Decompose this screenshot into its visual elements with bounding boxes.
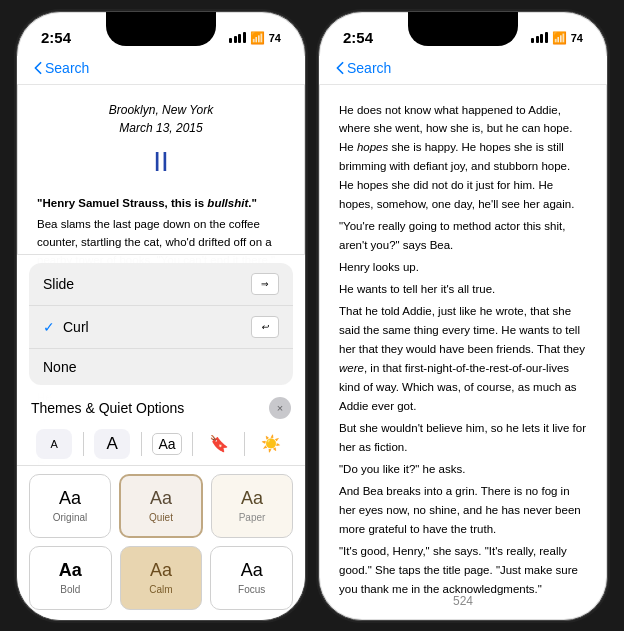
time-right: 2:54: [343, 29, 373, 46]
theme-focus-label: Focus: [238, 584, 265, 595]
notch: [106, 12, 216, 46]
theme-calm-aa: Aa: [150, 560, 172, 581]
divider-2: [141, 432, 142, 456]
left-phone: 2:54 📶 74 Search: [16, 11, 306, 621]
divider-1: [83, 432, 84, 456]
transition-curl[interactable]: ✓ Curl ↩: [29, 306, 293, 349]
theme-original-aa: Aa: [59, 488, 81, 509]
status-icons-right: 📶 74: [531, 31, 583, 45]
none-label: None: [43, 359, 279, 375]
signal-icon-right: [531, 32, 548, 43]
right-phone: 2:54 📶 74 Search H: [318, 11, 608, 621]
nav-bar-left[interactable]: Search: [17, 56, 305, 85]
page-number: 524: [453, 594, 473, 608]
book-location: Brooklyn, New York: [37, 101, 285, 119]
divider-4: [244, 432, 245, 456]
battery-icon: 74: [269, 32, 281, 44]
theme-bold[interactable]: Aa Bold: [29, 546, 112, 610]
bottom-panel: Slide ⇒ ✓ Curl ↩ None Theme: [17, 254, 305, 620]
slide-label: Slide: [43, 276, 251, 292]
close-icon: ×: [277, 402, 283, 414]
theme-bold-label: Bold: [60, 584, 80, 595]
back-label-right: Search: [347, 60, 391, 76]
transition-none[interactable]: None: [29, 349, 293, 385]
theme-row-1: Aa Original Aa Quiet Aa Paper: [17, 466, 305, 546]
theme-calm-label: Calm: [149, 584, 172, 595]
brightness-icon: ☀️: [261, 434, 281, 453]
themes-header: Themes & Quiet Options ×: [17, 391, 305, 423]
theme-quiet[interactable]: Aa Quiet: [119, 474, 203, 538]
phones-container: 2:54 📶 74 Search: [16, 11, 608, 621]
nav-bar-right[interactable]: Search: [319, 56, 607, 85]
font-size-increase[interactable]: A: [94, 429, 130, 459]
theme-quiet-label: Quiet: [149, 512, 173, 523]
time-left: 2:54: [41, 29, 71, 46]
divider-3: [192, 432, 193, 456]
theme-paper[interactable]: Aa Paper: [211, 474, 293, 538]
wifi-icon-right: 📶: [552, 31, 567, 45]
themes-title: Themes & Quiet Options: [31, 400, 184, 416]
font-row: A A Aa 🔖 ☀️: [17, 423, 305, 466]
book-content-right: He does not know what happened to Addie,…: [319, 85, 607, 605]
check-icon: ✓: [43, 319, 55, 335]
theme-calm[interactable]: Aa Calm: [120, 546, 203, 610]
slide-icon-box: ⇒: [251, 273, 279, 295]
theme-paper-aa: Aa: [241, 488, 263, 509]
chevron-left-icon-right: [335, 61, 345, 75]
transition-menu: Slide ⇒ ✓ Curl ↩ None: [29, 263, 293, 385]
bookmark-icon: 🔖: [209, 434, 229, 453]
signal-icon: [229, 32, 246, 43]
font-icon: Aa: [152, 433, 181, 455]
theme-original[interactable]: Aa Original: [29, 474, 111, 538]
chevron-left-icon: [33, 61, 43, 75]
theme-paper-label: Paper: [239, 512, 266, 523]
back-label-left: Search: [45, 60, 89, 76]
notch-right: [408, 12, 518, 46]
battery-icon-right: 74: [571, 32, 583, 44]
font-style-button[interactable]: Aa: [152, 429, 182, 459]
brightness-button[interactable]: ☀️: [256, 429, 286, 459]
back-button-right[interactable]: Search: [335, 60, 391, 76]
theme-quiet-aa: Aa: [150, 488, 172, 509]
font-size-decrease[interactable]: A: [36, 429, 72, 459]
book-header: Brooklyn, New York March 13, 2015 II: [37, 101, 285, 183]
chapter-number: II: [37, 141, 285, 183]
transition-slide[interactable]: Slide ⇒: [29, 263, 293, 306]
book-date: March 13, 2015: [37, 119, 285, 137]
back-button-left[interactable]: Search: [33, 60, 89, 76]
theme-original-label: Original: [53, 512, 87, 523]
status-icons-left: 📶 74: [229, 31, 281, 45]
curl-label: Curl: [63, 319, 251, 335]
close-button[interactable]: ×: [269, 397, 291, 419]
bookmark-button[interactable]: 🔖: [204, 429, 234, 459]
wifi-icon: 📶: [250, 31, 265, 45]
theme-row-2: Aa Bold Aa Calm Aa Focus: [17, 546, 305, 620]
curl-icon-box: ↩: [251, 316, 279, 338]
theme-focus-aa: Aa: [241, 560, 263, 581]
theme-bold-aa: Aa: [59, 560, 82, 581]
theme-focus[interactable]: Aa Focus: [210, 546, 293, 610]
